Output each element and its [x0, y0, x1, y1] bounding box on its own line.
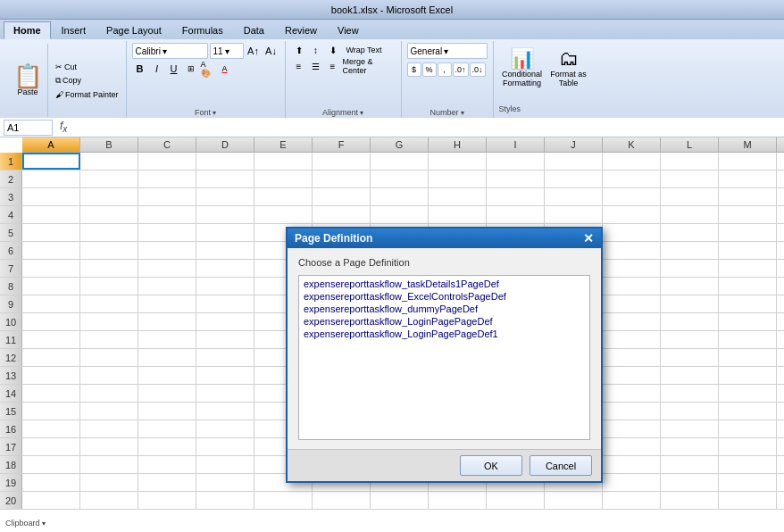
cell[interactable] [254, 170, 313, 187]
cell[interactable] [661, 474, 719, 491]
cell[interactable] [429, 153, 487, 170]
cell[interactable] [603, 403, 661, 420]
ok-button[interactable]: OK [460, 455, 522, 476]
row-header-5[interactable]: 5 [0, 224, 22, 241]
decimal-decrease-button[interactable]: .0↓ [470, 62, 486, 77]
cell[interactable] [22, 492, 80, 509]
cell[interactable] [603, 260, 661, 277]
cell[interactable] [80, 349, 138, 366]
cell[interactable] [371, 153, 429, 170]
cell[interactable] [313, 492, 371, 509]
tab-data[interactable]: Data [234, 21, 274, 39]
cell[interactable] [196, 188, 254, 205]
cell[interactable] [22, 188, 80, 205]
cell[interactable] [661, 492, 719, 509]
cell[interactable] [254, 188, 313, 205]
col-header-l[interactable]: L [661, 137, 719, 152]
number-expand-icon[interactable]: ▾ [461, 109, 464, 117]
cell[interactable] [138, 403, 196, 420]
cut-button[interactable]: ✂ Cut [52, 61, 122, 73]
copy-button[interactable]: ⧉ Copy [52, 74, 122, 87]
tab-view[interactable]: View [328, 21, 369, 39]
cell[interactable] [603, 170, 661, 187]
cell[interactable] [661, 313, 719, 330]
cell[interactable] [719, 278, 777, 295]
cell[interactable] [138, 153, 196, 170]
cell[interactable] [661, 206, 719, 223]
cell[interactable] [487, 206, 545, 223]
cell[interactable] [138, 224, 196, 241]
align-center-button[interactable]: ☰ [308, 59, 324, 73]
cell[interactable] [138, 349, 196, 366]
cell[interactable] [22, 349, 80, 366]
cell[interactable] [429, 492, 487, 509]
row-header-14[interactable]: 14 [0, 385, 22, 402]
cell[interactable] [719, 420, 777, 437]
cell[interactable] [138, 206, 196, 223]
cell[interactable] [545, 492, 603, 509]
cell[interactable] [719, 385, 777, 402]
dialog-listbox[interactable]: expensereporttaskflow_taskDetails1PageDe… [298, 275, 590, 440]
cell[interactable] [196, 242, 254, 259]
tab-insert[interactable]: Insert [52, 21, 96, 39]
col-header-m[interactable]: M [719, 137, 777, 152]
cell[interactable] [196, 403, 254, 420]
cell[interactable] [254, 153, 313, 170]
increase-font-button[interactable]: A↑ [246, 43, 262, 59]
cell[interactable] [80, 420, 138, 437]
fill-color-button[interactable]: A🎨 [200, 61, 216, 77]
row-header-6[interactable]: 6 [0, 242, 22, 259]
cell[interactable] [661, 188, 719, 205]
align-bottom-button[interactable]: ⬇ [325, 43, 341, 57]
cell[interactable] [80, 170, 138, 187]
cell[interactable] [80, 367, 138, 384]
tab-home[interactable]: Home [4, 21, 51, 39]
cell[interactable] [603, 206, 661, 223]
percent-button[interactable]: % [422, 62, 437, 77]
cell[interactable] [196, 385, 254, 402]
cell[interactable] [719, 224, 777, 241]
cell[interactable] [196, 456, 254, 473]
cell[interactable] [661, 153, 719, 170]
cell[interactable] [719, 295, 777, 312]
cell[interactable] [80, 385, 138, 402]
cell[interactable] [138, 188, 196, 205]
cell[interactable] [661, 260, 719, 277]
cell[interactable] [22, 295, 80, 312]
cell[interactable] [80, 295, 138, 312]
cell[interactable] [603, 295, 661, 312]
col-header-g[interactable]: G [371, 137, 429, 152]
row-header-11[interactable]: 11 [0, 331, 22, 348]
cell[interactable] [545, 153, 603, 170]
cell[interactable] [22, 170, 80, 187]
cell[interactable] [138, 456, 196, 473]
formula-input[interactable] [74, 120, 780, 136]
cell[interactable] [661, 367, 719, 384]
tab-review[interactable]: Review [275, 21, 327, 39]
row-header-1[interactable]: 1 [0, 153, 22, 170]
cell[interactable] [719, 456, 777, 473]
cell[interactable] [603, 331, 661, 348]
cell[interactable] [313, 206, 371, 223]
cell[interactable] [603, 224, 661, 241]
cell[interactable] [196, 474, 254, 491]
cell[interactable] [196, 153, 254, 170]
cell[interactable] [22, 260, 80, 277]
cell[interactable] [719, 188, 777, 205]
cell[interactable] [22, 367, 80, 384]
format-as-table-button[interactable]: 🗂 Format as Table [546, 45, 592, 91]
cell[interactable] [138, 385, 196, 402]
cell[interactable] [719, 242, 777, 259]
cell[interactable] [138, 313, 196, 330]
align-right-button[interactable]: ≡ [325, 59, 341, 73]
cell[interactable] [661, 278, 719, 295]
cell[interactable] [429, 170, 487, 187]
col-header-d[interactable]: D [196, 137, 254, 152]
row-header-17[interactable]: 17 [0, 438, 22, 455]
cell[interactable] [719, 206, 777, 223]
cell[interactable] [719, 438, 777, 455]
italic-button[interactable]: I [149, 61, 165, 77]
cell[interactable] [80, 438, 138, 455]
cell[interactable] [661, 242, 719, 259]
cell[interactable] [487, 492, 545, 509]
